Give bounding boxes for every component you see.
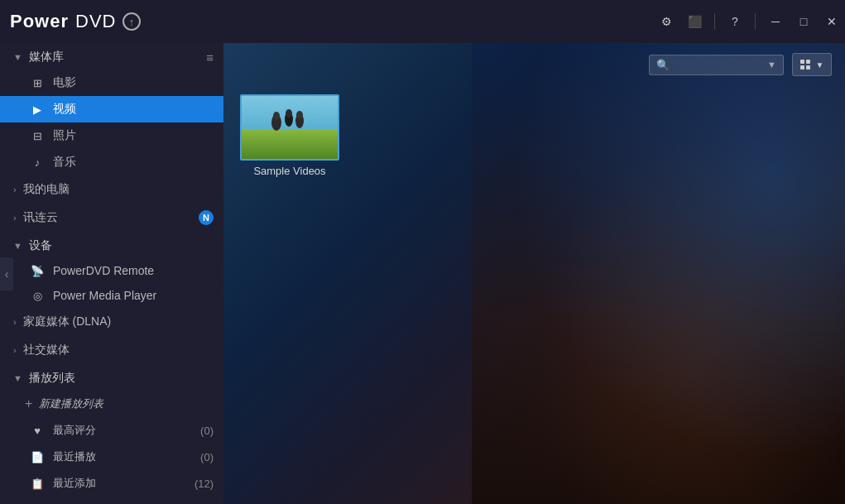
media-library-chevron: ▼ <box>13 52 22 62</box>
xunlian-chevron: › <box>13 213 17 223</box>
recent-add-label: 最近添加 <box>53 476 96 491</box>
videos-icon: ▶ <box>30 103 45 116</box>
my-computer-label: 我的电脑 <box>23 182 70 197</box>
folder-thumbnail <box>240 94 339 161</box>
app-name-rest: DVD <box>75 11 116 32</box>
svg-point-7 <box>296 111 303 119</box>
music-label: 音乐 <box>53 155 76 170</box>
home-dlna-section[interactable]: › 家庭媒体 (DLNA) <box>0 308 223 336</box>
close-button[interactable]: ✕ <box>819 8 845 35</box>
sidebar-item-photos[interactable]: ⊟ 照片 <box>0 122 223 149</box>
social-media-label: 社交媒体 <box>23 343 70 358</box>
music-icon: ♪ <box>30 156 45 169</box>
powerdvd-remote-icon: 📡 <box>30 265 45 277</box>
grid-icon <box>800 60 812 70</box>
title-bar: PowerDVD ↑ ⚙ ⬛ ? ─ □ ✕ <box>0 0 845 43</box>
my-computer-chevron: › <box>13 185 17 194</box>
new-playlist-label: 新建播放列表 <box>39 396 103 411</box>
new-playlist-button[interactable]: + 新建播放列表 <box>0 391 223 417</box>
recent-add-icon: 📋 <box>30 478 45 490</box>
social-media-chevron: › <box>13 345 17 355</box>
home-dlna-label: 家庭媒体 (DLNA) <box>23 314 112 329</box>
sort-icon[interactable]: ≡ <box>206 50 214 65</box>
playlists-header[interactable]: ▼ 播放列表 <box>0 364 223 391</box>
sidebar-item-movies[interactable]: ⊞ 电影 <box>0 70 223 96</box>
title-bar-controls: ⚙ ⬛ ? ─ □ ✕ <box>653 0 845 43</box>
app-name-bold: Power <box>10 11 69 32</box>
photos-label: 照片 <box>53 128 76 143</box>
upload-icon[interactable]: ↑ <box>122 12 141 31</box>
my-computer-section[interactable]: › 我的电脑 <box>0 175 223 204</box>
cast-button[interactable]: ⬛ <box>681 8 708 35</box>
recent-add-count: (12) <box>194 478 214 490</box>
maximize-button[interactable]: □ <box>790 8 817 35</box>
controls-separator <box>714 13 715 30</box>
home-dlna-chevron: › <box>13 317 17 327</box>
content-header: 🔍 ▼ ▼ <box>223 43 845 86</box>
search-bar[interactable]: 🔍 ▼ <box>649 55 784 75</box>
videos-label: 视频 <box>53 102 76 117</box>
sidebar: ▼ 媒体库 ≡ ⊞ 电影 ▶ 视频 ⊟ 照片 ♪ 音乐 › 我的电脑 › 讯连云 <box>0 43 223 504</box>
movies-label: 电影 <box>53 75 76 90</box>
search-icon: 🔍 <box>656 59 670 71</box>
media-library-header[interactable]: ▼ 媒体库 ≡ <box>0 43 223 70</box>
main-area: ▼ 媒体库 ≡ ⊞ 电影 ▶ 视频 ⊟ 照片 ♪ 音乐 › 我的电脑 › 讯连云 <box>0 43 845 504</box>
playlist-item-recent-play[interactable]: 📄 最近播放 (0) <box>0 444 223 470</box>
photos-icon: ⊟ <box>30 130 45 142</box>
powerdvd-remote-label: PowerDVD Remote <box>53 264 154 277</box>
minimize-button[interactable]: ─ <box>762 8 789 35</box>
app-title: PowerDVD ↑ <box>10 11 141 32</box>
search-dropdown-arrow[interactable]: ▼ <box>767 60 776 70</box>
top-rated-label: 最高评分 <box>53 423 96 438</box>
svg-point-5 <box>286 109 292 118</box>
playlist-item-top-rated[interactable]: ♥ 最高评分 (0) <box>0 417 223 444</box>
help-button[interactable]: ? <box>722 8 748 35</box>
xunlian-cloud-section[interactable]: › 讯连云 N <box>0 204 223 232</box>
recent-play-label: 最近播放 <box>53 449 96 464</box>
devices-label: 设备 <box>29 238 214 253</box>
controls-separator2 <box>755 13 756 30</box>
playlist-item-recent-add[interactable]: 📋 最近添加 (12) <box>0 470 223 497</box>
power-media-player-icon: ◎ <box>30 290 45 302</box>
playlists-chevron: ▼ <box>13 373 22 383</box>
xunlian-label: 讯连云 <box>23 210 58 225</box>
power-media-player-label: Power Media Player <box>53 289 156 302</box>
recent-play-icon: 📄 <box>30 451 45 463</box>
movies-icon: ⊞ <box>30 77 45 89</box>
content-grid: Sample Videos <box>223 86 845 185</box>
devices-chevron: ▼ <box>13 241 22 251</box>
folder-name: Sample Videos <box>253 165 325 177</box>
sidebar-item-videos[interactable]: ▶ 视频 <box>0 96 223 122</box>
sidebar-item-power-media-player[interactable]: ◎ Power Media Player <box>0 283 223 308</box>
playlists-label: 播放列表 <box>29 371 214 386</box>
recent-play-count: (0) <box>200 451 214 463</box>
sidebar-item-powerdvd-remote[interactable]: 📡 PowerDVD Remote <box>0 258 223 283</box>
thumbnail-image <box>242 96 338 159</box>
social-media-section[interactable]: › 社交媒体 <box>0 336 223 364</box>
svg-point-3 <box>273 112 280 120</box>
xunlian-badge: N <box>199 210 214 225</box>
heart-icon: ♥ <box>30 425 45 437</box>
top-rated-count: (0) <box>200 425 214 437</box>
plus-icon: + <box>25 396 32 411</box>
content-area: 🔍 ▼ ▼ <box>223 43 845 504</box>
view-toggle-button[interactable]: ▼ <box>792 53 832 76</box>
view-dropdown-arrow[interactable]: ▼ <box>816 60 824 70</box>
folder-item-sample-videos[interactable]: Sample Videos <box>240 94 339 177</box>
settings-button[interactable]: ⚙ <box>653 8 679 35</box>
sidebar-collapse-button[interactable] <box>0 257 13 290</box>
sidebar-item-music[interactable]: ♪ 音乐 <box>0 149 223 175</box>
devices-header[interactable]: ▼ 设备 <box>0 232 223 258</box>
media-library-label: 媒体库 <box>29 50 206 65</box>
search-input[interactable] <box>673 59 764 71</box>
svg-rect-1 <box>242 129 339 161</box>
